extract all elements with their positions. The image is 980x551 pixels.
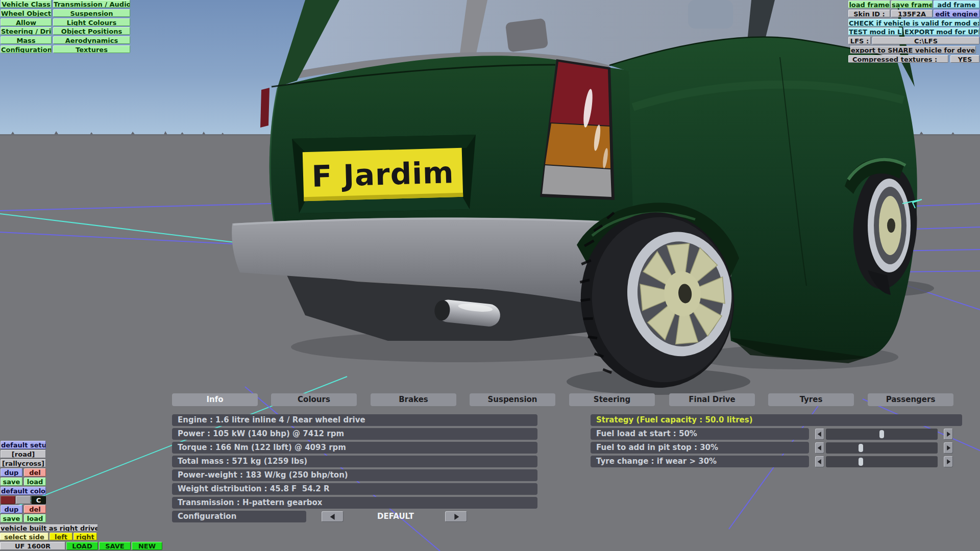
pit-fuel-slider-thumb[interactable] [859, 444, 863, 452]
test-mod-button[interactable]: TEST mod in LFS [848, 28, 902, 35]
left-arrow-icon [818, 459, 821, 464]
plate-text: F Jardim [311, 155, 455, 194]
info-row-transmission: Transmission : H-pattern gearbox [172, 497, 537, 509]
fuel-load-increase-button[interactable] [944, 429, 953, 440]
lfs-vehicle-editor: F Jardim [0, 0, 980, 551]
tab-brakes[interactable]: Brakes [371, 393, 456, 406]
left-arrow-icon [818, 432, 821, 437]
colour-swatch-current[interactable]: C [31, 496, 46, 504]
menu-object-positions[interactable]: Object Positions [53, 27, 130, 35]
select-side-label: select side [0, 533, 48, 540]
menu-textures[interactable]: Textures [53, 45, 130, 53]
configuration-label: Configuration [172, 511, 306, 522]
side-right-button[interactable]: right [74, 533, 97, 540]
menu-allow[interactable]: Allow [1, 18, 52, 26]
tab-passengers[interactable]: Passengers [868, 393, 953, 406]
info-row-engine: Engine : 1.6 litre inline 4 / Rear wheel… [172, 414, 537, 426]
share-export-button[interactable]: export to SHARE vehicle for development [850, 46, 976, 54]
tyre-change-slider-thumb[interactable] [859, 458, 863, 466]
colour-swatch-grey[interactable] [16, 496, 31, 504]
colour-swatch-c-label: C [32, 496, 45, 504]
tyre-change-increase-button[interactable] [944, 456, 953, 467]
menu-steering-driver[interactable]: Steering / Driver [1, 27, 52, 35]
setup-dup-button[interactable]: dup [1, 468, 22, 477]
license-plate: F Jardim [292, 135, 476, 213]
menu-suspension[interactable]: Suspension [53, 9, 130, 17]
save-frame-button[interactable]: save frame [891, 1, 933, 8]
right-arrow-icon [454, 514, 459, 520]
tab-final-drive[interactable]: Final Drive [669, 393, 755, 406]
pit-fuel-label: Fuel to add in pit stop : 30% [591, 442, 809, 454]
info-row-weight-distribution: Weight distribution : 45.8 F 54.2 R [172, 483, 537, 495]
setup-preset-road[interactable]: [road] [1, 450, 46, 458]
add-frame-button[interactable]: add frame [934, 1, 979, 8]
setup-load-button[interactable]: load [24, 478, 46, 486]
default-colours-title[interactable]: default colours [1, 487, 46, 495]
info-row-mass: Total mass : 571 kg (1259 lbs) [172, 456, 537, 467]
configuration-prev-button[interactable] [322, 511, 344, 522]
skin-id-value[interactable]: 135F2A [891, 10, 933, 17]
compressed-textures-label: Compressed textures : [848, 55, 948, 63]
tyre-change-decrease-button[interactable] [815, 456, 824, 467]
check-valid-button[interactable]: CHECK if vehicle is valid for mod export [848, 19, 979, 27]
colour-dup-button[interactable]: dup [1, 505, 22, 513]
fuel-load-slider[interactable] [826, 429, 938, 440]
menu-wheel-object[interactable]: Wheel Object [1, 9, 52, 17]
menu-light-colours[interactable]: Light Colours [53, 18, 130, 26]
menu-aerodynamics[interactable]: Aerodynamics [53, 36, 130, 44]
tab-tyres[interactable]: Tyres [768, 393, 854, 406]
tab-colours[interactable]: Colours [271, 393, 357, 406]
vehicle-save-button[interactable]: SAVE [99, 542, 131, 550]
left-arrow-icon [818, 445, 821, 450]
tab-info[interactable]: Info [172, 393, 258, 406]
built-right-drive-label: vehicle built as right drive [0, 524, 98, 532]
menu-mass[interactable]: Mass [1, 36, 52, 44]
colour-load-button[interactable]: load [24, 514, 46, 522]
tyre-change-slider[interactable] [826, 456, 938, 467]
lfs-path[interactable]: C:\LFS [872, 37, 979, 44]
default-setups-title[interactable]: default setups [1, 441, 46, 449]
right-arrow-icon [947, 459, 950, 464]
configuration-next-button[interactable] [445, 511, 467, 522]
setup-del-button[interactable]: del [24, 468, 46, 477]
tab-steering[interactable]: Steering [569, 393, 655, 406]
fuel-load-slider-thumb[interactable] [879, 430, 884, 438]
info-row-power: Power : 105 kW (140 bhp) @ 7412 rpm [172, 428, 537, 440]
skin-id-label: Skin ID : [848, 10, 890, 17]
info-row-power-weight: Power-weight : 183 W/kg (250 bhp/ton) [172, 469, 537, 481]
setup-preset-rallycross[interactable]: [rallycross] [1, 459, 46, 467]
pit-fuel-slider[interactable] [826, 442, 938, 454]
colour-del-button[interactable]: del [24, 505, 46, 513]
info-row-torque: Torque : 166 Nm (122 lbft) @ 4093 rpm [172, 442, 537, 454]
export-mod-button[interactable]: EXPORT mod for UPLOAD [904, 28, 979, 35]
configuration-value: DEFAULT [357, 512, 434, 521]
setup-save-button[interactable]: save [1, 478, 22, 486]
menu-transmission-audio[interactable]: Transmission / Audio [53, 0, 130, 8]
car: F Jardim [232, 0, 922, 394]
compressed-textures-toggle[interactable]: YES [950, 55, 979, 63]
pit-fuel-increase-button[interactable] [944, 442, 953, 454]
right-arrow-icon [947, 445, 950, 450]
colour-swatch-red[interactable] [1, 496, 15, 504]
tyre-change-label: Tyre change : if wear > 30% [591, 456, 809, 467]
side-left-button[interactable]: left [50, 533, 72, 540]
edit-engine-button[interactable]: edit engine [934, 10, 979, 17]
fuel-load-label: Fuel load at start : 50% [591, 428, 809, 440]
load-frame-button[interactable]: load frame [848, 1, 890, 8]
pit-fuel-decrease-button[interactable] [815, 442, 824, 454]
right-arrow-icon [947, 432, 950, 437]
left-arrow-icon [330, 514, 334, 520]
vehicle-new-button[interactable]: NEW [132, 542, 162, 550]
vehicle-name[interactable]: UF 1600R [0, 542, 65, 550]
lfs-label: LFS : [848, 37, 871, 44]
colour-save-button[interactable]: save [1, 514, 22, 522]
menu-configurations[interactable]: Configurations [1, 45, 52, 53]
vehicle-load-button[interactable]: LOAD [66, 542, 98, 550]
viewport-3d[interactable]: F Jardim [0, 0, 980, 551]
menu-vehicle-class[interactable]: Vehicle Class [1, 0, 52, 8]
tab-suspension[interactable]: Suspension [470, 393, 555, 406]
strategy-header: Strategy (Fuel capacity : 50.0 litres) [591, 414, 962, 426]
fuel-load-decrease-button[interactable] [815, 429, 824, 440]
